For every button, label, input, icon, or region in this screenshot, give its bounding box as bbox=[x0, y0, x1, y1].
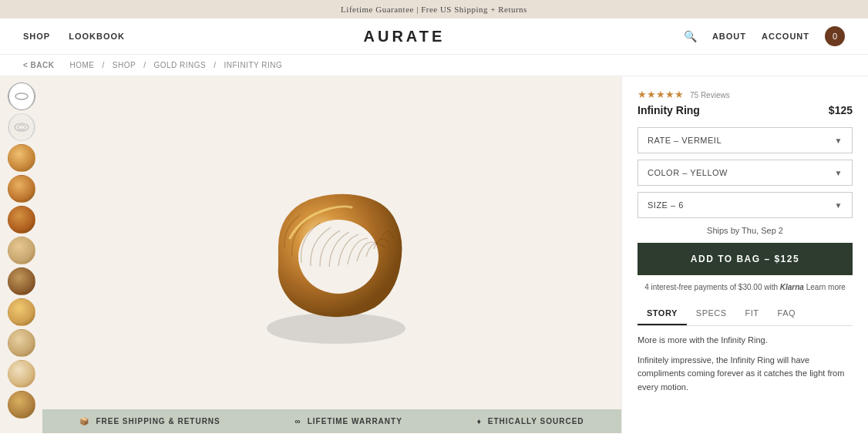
ring-svg bbox=[209, 132, 456, 378]
nav-shop-link[interactable]: SHOP bbox=[23, 32, 50, 41]
tab-story[interactable]: STORY bbox=[638, 302, 687, 325]
add-to-bag-button[interactable]: ADD TO BAG – $125 bbox=[638, 243, 853, 275]
breadcrumb: < BACK HOME / SHOP / GOLD RINGS / INFINI… bbox=[0, 55, 868, 76]
cart-badge[interactable]: 0 bbox=[825, 26, 845, 46]
breadcrumb-sep3: / bbox=[214, 61, 216, 69]
chevron-down-icon: ▼ bbox=[835, 201, 843, 210]
main-navigation: SHOP LOOKBOOK AURATE 🔍 ABOUT ACCOUNT 0 bbox=[0, 18, 868, 55]
main-product-image: 📦 FREE SHIPPING & RETURNS ∞ LIFETIME WAR… bbox=[42, 76, 621, 433]
rating-stars: ★★★★★ 75 Reviews bbox=[638, 89, 853, 101]
rate-label: RATE – VERMEIL bbox=[648, 136, 722, 145]
thumbnail-1[interactable] bbox=[8, 82, 35, 110]
chevron-down-icon: ▼ bbox=[835, 136, 843, 145]
tab-fit[interactable]: FIT bbox=[736, 302, 769, 325]
color-label: COLOR – YELLOW bbox=[648, 168, 728, 177]
svg-point-0 bbox=[15, 93, 28, 99]
nav-about-link[interactable]: ABOUT bbox=[712, 32, 746, 41]
thumb-outline-icon bbox=[8, 82, 35, 110]
announcement-text: Lifetime Guarantee | Free US Shipping + … bbox=[341, 5, 527, 14]
product-title: Infinity Ring bbox=[638, 104, 700, 116]
thumbnail-9[interactable] bbox=[8, 329, 35, 357]
thumbnail-6[interactable] bbox=[8, 237, 35, 264]
thumbnail-2[interactable] bbox=[8, 113, 35, 141]
star-icons: ★★★★★ bbox=[638, 89, 684, 101]
color-dropdown[interactable]: COLOR – YELLOW ▼ bbox=[638, 160, 853, 186]
breadcrumb-home[interactable]: HOME bbox=[70, 61, 95, 69]
tab-specs[interactable]: SPECS bbox=[687, 302, 736, 325]
nav-lookbook-link[interactable]: LOOKBOOK bbox=[69, 32, 125, 41]
product-panel: ★★★★★ 75 Reviews Infinity Ring $125 RATE… bbox=[621, 76, 868, 433]
nav-left: SHOP LOOKBOOK bbox=[23, 32, 125, 41]
search-icon[interactable]: 🔍 bbox=[684, 30, 697, 43]
content-area: 📦 FREE SHIPPING & RETURNS ∞ LIFETIME WAR… bbox=[0, 76, 868, 433]
svg-point-2 bbox=[18, 125, 25, 130]
rate-dropdown[interactable]: RATE – VERMEIL ▼ bbox=[638, 127, 853, 153]
klarna-brand: Klarna bbox=[780, 283, 804, 291]
banner-warranty: ∞ LIFETIME WARRANTY bbox=[295, 417, 402, 426]
klarna-info: 4 interest-free payments of $30.00 with … bbox=[638, 283, 853, 291]
announcement-bar: Lifetime Guarantee | Free US Shipping + … bbox=[0, 0, 868, 18]
thumbnails-sidebar bbox=[0, 76, 42, 433]
breadcrumb-shop[interactable]: SHOP bbox=[113, 61, 136, 69]
banner-shipping-text: FREE SHIPPING & RETURNS bbox=[96, 417, 220, 426]
image-banner: 📦 FREE SHIPPING & RETURNS ∞ LIFETIME WAR… bbox=[42, 409, 621, 433]
thumbnail-11[interactable] bbox=[8, 391, 35, 419]
klarna-learn-more-link[interactable]: Learn more bbox=[806, 283, 846, 291]
breadcrumb-sep1: / bbox=[103, 61, 105, 69]
size-dropdown[interactable]: SIZE – 6 ▼ bbox=[638, 192, 853, 218]
banner-ethically: ♦ ETHICALLY SOURCED bbox=[477, 417, 584, 426]
back-button[interactable]: < BACK bbox=[23, 61, 55, 69]
size-label: SIZE – 6 bbox=[648, 200, 684, 210]
thumbnail-10[interactable] bbox=[8, 360, 35, 388]
banner-ethically-text: ETHICALLY SOURCED bbox=[488, 417, 584, 426]
product-tabs: STORY SPECS FIT FAQ bbox=[638, 302, 853, 326]
ships-by-text: Ships by Thu, Sep 2 bbox=[638, 226, 853, 235]
breadcrumb-product: INFINITY RING bbox=[224, 61, 283, 69]
product-title-row: Infinity Ring $125 bbox=[638, 104, 853, 116]
ethically-icon: ♦ bbox=[477, 417, 482, 426]
banner-shipping: 📦 FREE SHIPPING & RETURNS bbox=[79, 417, 220, 426]
nav-account-link[interactable]: ACCOUNT bbox=[762, 32, 809, 41]
tab-content: More is more with the Infinity Ring. Inf… bbox=[638, 334, 853, 394]
tab-faq[interactable]: FAQ bbox=[769, 302, 806, 325]
thumbnail-7[interactable] bbox=[8, 267, 35, 295]
chevron-down-icon: ▼ bbox=[835, 169, 843, 177]
brand-logo[interactable]: AURATE bbox=[364, 28, 446, 45]
thumbnail-5[interactable] bbox=[8, 206, 35, 234]
warranty-icon: ∞ bbox=[295, 417, 301, 426]
thumbnail-3[interactable] bbox=[8, 144, 35, 172]
shipping-icon: 📦 bbox=[79, 417, 89, 426]
klarna-payment-text: 4 interest-free payments of $30.00 with bbox=[644, 283, 778, 291]
story-line-1: More is more with the Infinity Ring. bbox=[638, 334, 853, 348]
nav-right: 🔍 ABOUT ACCOUNT 0 bbox=[684, 26, 845, 46]
product-price: $125 bbox=[829, 104, 853, 116]
banner-warranty-text: LIFETIME WARRANTY bbox=[308, 417, 402, 426]
thumbnail-4[interactable] bbox=[8, 175, 35, 203]
svg-point-3 bbox=[267, 313, 405, 344]
reviews-count[interactable]: 75 Reviews bbox=[690, 91, 730, 99]
story-line-2: Infinitely impressive, the Infinity Ring… bbox=[638, 354, 853, 395]
thumbnail-8[interactable] bbox=[8, 298, 35, 326]
breadcrumb-sep2: / bbox=[143, 61, 146, 69]
breadcrumb-category[interactable]: GOLD RINGS bbox=[153, 61, 206, 69]
